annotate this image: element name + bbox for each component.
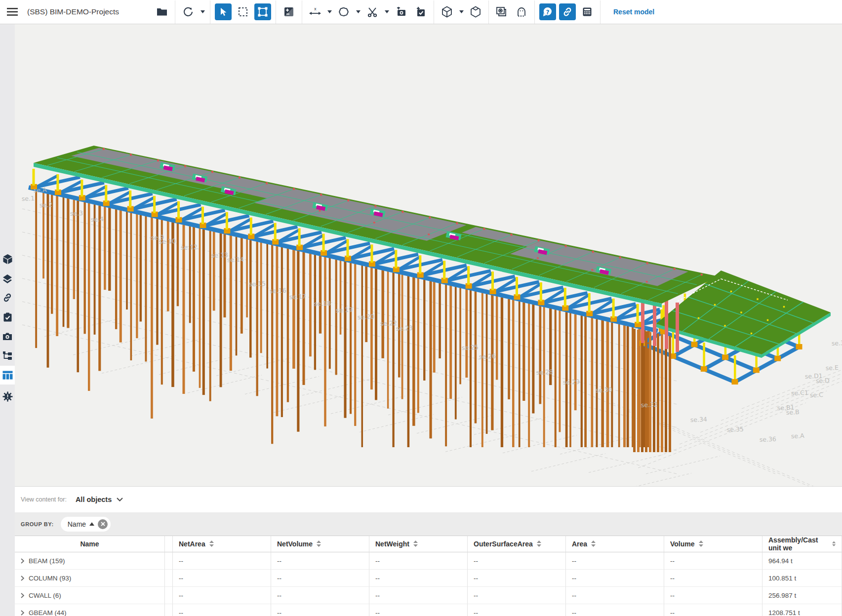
grid-axis-label: se.14 xyxy=(227,256,244,264)
remove-group-button[interactable] xyxy=(98,519,108,529)
calculator-button[interactable] xyxy=(579,3,596,20)
group-by-chip[interactable]: Name xyxy=(61,517,111,532)
row-name-cell[interactable]: COLUMN (93) xyxy=(15,570,165,587)
row-value-cell: 964.94 t xyxy=(762,552,842,570)
row-value-cell: 100.851 t xyxy=(762,570,842,587)
grid-axis-label: se.10 xyxy=(159,237,176,245)
views-button[interactable] xyxy=(493,3,510,20)
column-header[interactable]: NetArea xyxy=(173,536,271,552)
divider xyxy=(600,0,601,24)
clipboard-check-icon xyxy=(3,312,12,322)
lasso-caret-icon[interactable] xyxy=(355,3,361,20)
row-value-cell: -- xyxy=(566,570,664,587)
split-button[interactable] xyxy=(364,3,381,20)
grid-axis-label: se.A xyxy=(791,432,805,440)
grid-axis-label: se.12 xyxy=(181,243,198,251)
grid-axis-label: se.35 xyxy=(727,425,744,433)
column-header-spacer xyxy=(165,536,173,552)
sort-icon xyxy=(591,540,596,547)
select-button[interactable] xyxy=(215,3,232,20)
sidebar-item-snapshots[interactable] xyxy=(0,327,15,346)
group-by-chip-value: Name xyxy=(68,520,86,528)
hierarchy-icon xyxy=(2,351,12,361)
column-header[interactable]: NetVolume xyxy=(271,536,369,552)
sort-asc-icon[interactable] xyxy=(89,522,94,526)
sidebar-item-tables[interactable] xyxy=(0,366,15,385)
sidebar-item-layers[interactable] xyxy=(0,270,15,288)
sort-icon xyxy=(832,540,836,547)
grid-axis-label: se.13 xyxy=(211,251,229,259)
table-row: CWALL (6)------------256.987 t xyxy=(15,587,842,604)
close-icon xyxy=(101,522,105,526)
chevron-right-icon xyxy=(21,576,24,581)
row-value-cell: -- xyxy=(173,604,271,616)
model-viewport[interactable]: se.Ase.1se.2se.3se.4se.9se.10se.12se.13s… xyxy=(15,24,842,487)
row-value-cell: 256.987 t xyxy=(762,587,842,604)
camera-icon xyxy=(2,332,12,341)
topbar-left: (SBS) BIM-DEMO-Projects xyxy=(0,3,172,20)
transform-button[interactable] xyxy=(254,3,271,20)
chevron-down-icon xyxy=(117,498,123,501)
view-content-dropdown[interactable]: All objects xyxy=(73,495,126,504)
row-value-cell: -- xyxy=(664,587,762,604)
row-spacer-cell xyxy=(165,604,173,616)
grid-axis-label: se.E xyxy=(826,364,839,372)
column-header[interactable]: Area xyxy=(566,536,664,552)
snapshot-button[interactable] xyxy=(393,3,409,20)
ghost-mode-button[interactable] xyxy=(513,3,530,20)
divider xyxy=(175,0,175,24)
column-header[interactable]: OuterSurfaceArea xyxy=(468,536,566,552)
column-header[interactable]: NetWeight xyxy=(369,536,468,552)
row-value-cell: -- xyxy=(664,552,762,570)
reset-model-link[interactable]: Reset model xyxy=(610,7,657,16)
orbit-caret-icon[interactable] xyxy=(199,3,206,20)
svg-text:?: ? xyxy=(546,9,550,16)
split-caret-icon[interactable] xyxy=(383,3,390,20)
sidebar-item-models[interactable] xyxy=(0,250,15,269)
grid-axis-label: se.2 xyxy=(40,201,53,209)
sidebar-item-hierarchy[interactable] xyxy=(0,346,15,365)
divider xyxy=(276,0,276,24)
markup-tasks-button[interactable] xyxy=(412,3,429,20)
view-content-value: All objects xyxy=(76,496,112,503)
layers-icon xyxy=(2,274,12,284)
link-icon xyxy=(2,293,12,303)
gear-icon xyxy=(2,391,13,402)
chevron-right-icon xyxy=(21,610,24,616)
contrast-adjust-button[interactable] xyxy=(281,3,297,20)
row-value-cell: -- xyxy=(271,587,369,604)
table-row: COLUMN (93)------------100.851 t xyxy=(15,570,842,587)
row-name-cell[interactable]: BEAM (159) xyxy=(15,552,165,570)
row-value-cell: -- xyxy=(468,587,566,604)
row-value-cell: -- xyxy=(369,587,468,604)
grid-axis-label: se.D xyxy=(816,377,830,385)
measure-button[interactable]: x xyxy=(307,3,323,20)
sidebar-item-todos[interactable] xyxy=(0,308,15,327)
measure-caret-icon[interactable] xyxy=(326,3,333,20)
orbit-button[interactable] xyxy=(180,3,197,20)
cube-view-button[interactable] xyxy=(439,3,455,20)
row-name-cell[interactable]: GBEAM (44) xyxy=(15,604,165,616)
sidebar-item-links[interactable] xyxy=(0,288,15,307)
view-content-bar: View content for: All objects xyxy=(15,487,842,512)
row-value-cell: -- xyxy=(369,570,468,587)
grid-axis-label: se.32 xyxy=(641,401,658,409)
sidebar-item-settings[interactable] xyxy=(0,387,15,406)
column-header[interactable]: Volume xyxy=(664,536,762,552)
row-value-cell: -- xyxy=(271,570,369,587)
main-menu-button[interactable] xyxy=(4,3,21,20)
row-name-cell[interactable]: CWALL (6) xyxy=(15,587,165,604)
sort-icon xyxy=(317,540,321,547)
marquee-select-button[interactable] xyxy=(235,3,251,20)
divider xyxy=(434,0,434,24)
3d-model-scene[interactable]: se.Ase.1se.2se.3se.4se.9se.10se.12se.13s… xyxy=(15,24,842,486)
folder-icon[interactable] xyxy=(154,3,170,20)
cube-view-caret-icon[interactable] xyxy=(458,3,465,20)
lasso-button[interactable] xyxy=(335,3,352,20)
link-button[interactable] xyxy=(559,3,576,20)
grid-axis-label: se.C1 xyxy=(791,389,808,397)
column-header-name[interactable]: Name xyxy=(15,536,165,552)
section-cube-button[interactable] xyxy=(467,3,484,20)
column-header[interactable]: Assembly/Cast unit we xyxy=(762,536,842,552)
help-button[interactable]: ? xyxy=(539,3,556,20)
